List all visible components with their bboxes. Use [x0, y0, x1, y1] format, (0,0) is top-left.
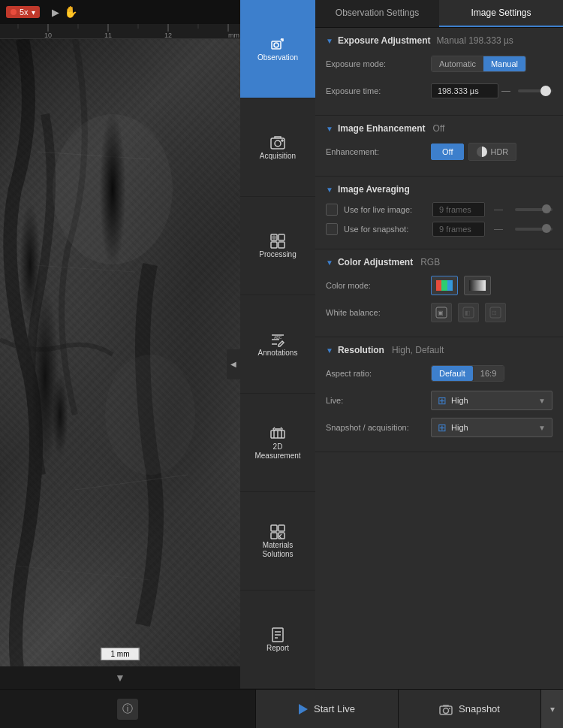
exposure-slider[interactable] — [518, 89, 552, 92]
tab-bar: Observation Settings Image Settings — [315, 0, 563, 28]
tab-observation-settings[interactable]: Observation Settings — [315, 0, 439, 27]
snapshot-arrow-icon: ▾ — [550, 704, 555, 714]
section-averaging: ▼ Image Averaging Use for live image: — … — [315, 177, 563, 249]
color-header[interactable]: ▼ Color Adjustment RGB — [326, 257, 552, 267]
live-resolution-dropdown[interactable]: ⊞ High ▼ — [431, 391, 552, 410]
scale-bar: 1 mm — [101, 648, 140, 660]
exposure-chevron: ▼ — [326, 37, 333, 45]
svg-rect-42 — [469, 280, 486, 291]
live-resolution-control: ⊞ High ▼ — [431, 391, 552, 410]
svg-line-17 — [8, 565, 150, 580]
exposure-subtitle: Manual 198.333 µs — [436, 35, 513, 46]
color-mode-control — [431, 276, 552, 295]
sidebar-item-materials[interactable]: MaterialsSolutions — [240, 492, 315, 591]
snapshot-averaging-row: Use for snapshot: — — [326, 222, 552, 237]
svg-point-27 — [272, 236, 275, 239]
wb-custom-button[interactable]: ⊡ — [485, 303, 506, 322]
svg-point-12 — [53, 114, 173, 264]
sidebar-item-processing[interactable]: Processing — [240, 197, 315, 295]
svg-rect-25 — [271, 242, 277, 248]
svg-rect-35 — [278, 525, 285, 531]
rgb-color-button[interactable] — [431, 276, 458, 295]
resolution-subtitle: High, Default — [392, 345, 444, 355]
svg-text:10: 10 — [44, 32, 52, 39]
expand-panel-button[interactable]: ◀ — [227, 349, 240, 379]
section-color: ▼ Color Adjustment RGB Color mode: — [315, 249, 563, 337]
sidebar-item-report[interactable]: Report — [240, 591, 315, 689]
white-balance-row: White balance: ▣ ◧ — [326, 302, 552, 323]
exposure-time-row: Exposure time: — — [326, 80, 552, 101]
color-mode-row: Color mode: — [326, 275, 552, 296]
manual-mode-button[interactable]: Manual — [483, 56, 525, 71]
mag-dropdown-arrow[interactable]: ▾ — [32, 8, 35, 17]
wb-manual-button[interactable]: ◧ — [458, 303, 479, 322]
tab-image-settings[interactable]: Image Settings — [439, 0, 563, 27]
svg-point-19 — [274, 43, 278, 47]
bottom-bar: ⓘ Start Live Snapshot ▾ — [0, 689, 563, 728]
measurement-icon — [269, 424, 287, 443]
resolution-header[interactable]: ▼ Resolution High, Default — [326, 345, 552, 355]
color-chevron: ▼ — [326, 258, 333, 267]
aspect-ratio-group: Default 16:9 — [431, 365, 504, 382]
hdr-label: HDR — [490, 147, 508, 156]
svg-text:ABC: ABC — [274, 335, 282, 340]
live-averaging-row: Use for live image: — — [326, 202, 552, 217]
exposure-time-input[interactable] — [431, 83, 498, 98]
svg-line-14 — [38, 152, 150, 159]
color-title: Color Adjustment — [338, 257, 413, 267]
sidebar: Observation Acquisition Processing ABC A… — [240, 0, 315, 689]
snapshot-resolution-dropdown[interactable]: ⊞ High ▼ — [431, 418, 552, 437]
live-resolution-value: High — [451, 396, 534, 405]
16-9-aspect-button[interactable]: 16:9 — [473, 366, 504, 381]
color-mode-label: Color mode: — [326, 281, 431, 290]
svg-point-13 — [105, 355, 195, 475]
auto-mode-button[interactable]: Automatic — [432, 56, 483, 71]
section-exposure: ▼ Exposure Adjustment Manual 198.333 µs … — [315, 28, 563, 116]
exposure-mode-label: Exposure mode: — [326, 59, 431, 68]
sidebar-item-2d-measurement[interactable]: 2DMeasurement — [240, 394, 315, 492]
exposure-header[interactable]: ▼ Exposure Adjustment Manual 198.333 µs — [326, 35, 552, 46]
report-icon — [269, 626, 287, 644]
ruler: 10 11 12 mm — [0, 24, 240, 39]
annotations-label: Annotations — [258, 349, 298, 358]
enhancement-chevron: ▼ — [326, 125, 333, 133]
start-live-button[interactable]: Start Live — [255, 690, 398, 728]
white-balance-control: ▣ ◧ ⊡ — [431, 303, 552, 322]
rgb-swatch — [436, 280, 453, 291]
sidebar-item-observation[interactable]: Observation — [240, 0, 315, 98]
live-averaging-slider[interactable] — [515, 208, 552, 211]
sidebar-item-annotations[interactable]: ABC Annotations — [240, 295, 315, 394]
live-averaging-checkbox[interactable] — [326, 204, 338, 216]
exposure-mode-row: Exposure mode: Automatic Manual — [326, 53, 552, 74]
svg-text:⊡: ⊡ — [492, 310, 497, 316]
report-label: Report — [266, 644, 289, 653]
snapshot-frames-input[interactable] — [432, 222, 485, 237]
svg-text:12: 12 — [164, 32, 172, 39]
gray-color-button[interactable] — [464, 276, 491, 295]
snapshot-dropdown-button[interactable]: ▾ — [540, 690, 563, 728]
magnification-value: 5x — [20, 8, 29, 17]
snapshot-resolution-row: Snapshot / acquisition: ⊞ High ▼ — [326, 417, 552, 438]
averaging-header[interactable]: ▼ Image Averaging — [326, 184, 552, 195]
collapse-arrow-icon[interactable]: ▼ — [115, 672, 125, 684]
magnification-badge[interactable]: 5x ▾ — [6, 6, 40, 18]
svg-rect-26 — [278, 242, 285, 248]
sidebar-item-acquisition[interactable]: Acquisition — [240, 98, 315, 197]
snapshot-averaging-slider[interactable] — [515, 228, 552, 231]
pan-icon[interactable]: ✋ — [64, 5, 78, 19]
wb-auto-button[interactable]: ▣ — [431, 303, 452, 322]
default-aspect-button[interactable]: Default — [432, 366, 473, 381]
snapshot-averaging-checkbox[interactable] — [326, 223, 338, 235]
hdr-button[interactable]: HDR — [468, 143, 516, 161]
enhancement-header[interactable]: ▼ Image Enhancement Off — [326, 123, 552, 134]
section-resolution: ▼ Resolution High, Default Aspect ratio:… — [315, 337, 563, 452]
acquisition-icon — [269, 134, 287, 152]
live-frames-input[interactable] — [432, 202, 485, 217]
info-button[interactable]: ⓘ — [117, 699, 138, 720]
live-dash: — — [494, 204, 503, 215]
nav-icons: ▶ ✋ — [52, 5, 78, 19]
snapshot-button[interactable]: Snapshot — [398, 690, 540, 728]
enhancement-off-button[interactable]: Off — [431, 143, 464, 160]
pointer-icon[interactable]: ▶ — [52, 7, 59, 18]
main-panel: Observation Settings Image Settings ▼ Ex… — [315, 0, 563, 689]
